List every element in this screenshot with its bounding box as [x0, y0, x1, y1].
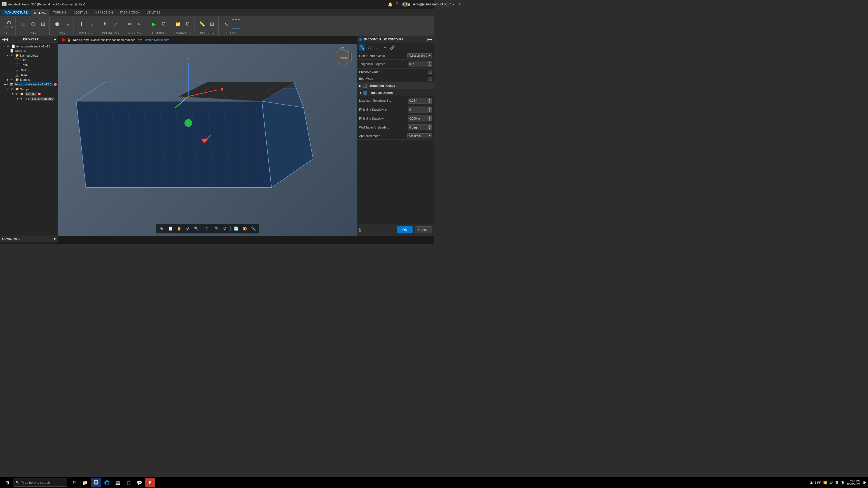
cancel-button[interactable]: Cancel: [415, 226, 432, 233]
tree-root[interactable]: ▼ 👁 📄 tenor ukulele neck v1 v13: [0, 44, 58, 48]
eye-icon[interactable]: 👁: [6, 45, 10, 48]
viewport[interactable]: 🔒 Read-Only: Document limit has been rea…: [58, 36, 357, 236]
tab-utilities[interactable]: UTILITIES: [143, 9, 163, 16]
setups-expander[interactable]: ▼: [6, 88, 10, 91]
tab-heights[interactable]: ↕: [374, 44, 380, 51]
tab-fabrication[interactable]: FABRICATION: [117, 9, 143, 16]
modify-icon-1[interactable]: ✏: [125, 19, 134, 29]
tab-milling[interactable]: MILLING: [31, 9, 50, 16]
tab-passes[interactable]: ≡: [381, 44, 388, 51]
eye-icon-7[interactable]: 👁: [20, 97, 24, 100]
3d-icon-2[interactable]: ∿: [63, 19, 71, 29]
info-icon[interactable]: ℹ: [359, 227, 361, 233]
roughing-checkbox[interactable]: [363, 84, 367, 88]
editable-docs-link[interactable]: My Editable Documents: [138, 38, 169, 41]
named-views-expander[interactable]: ▼: [6, 54, 10, 57]
simulate-icon[interactable]: ▶: [150, 19, 158, 29]
view-tool[interactable]: 🔄: [232, 225, 240, 232]
root-expander[interactable]: ▼: [2, 45, 6, 48]
select-icon-1[interactable]: ↖: [222, 19, 230, 29]
eye-icon-2[interactable]: 👁: [10, 54, 14, 57]
finishing-stepdown-input[interactable]: [408, 116, 427, 122]
2d-icon-2[interactable]: ⬡: [29, 19, 37, 29]
tab-turning[interactable]: TURNING: [50, 9, 70, 16]
tangential-up[interactable]: ▲: [428, 61, 432, 64]
max-roughing-down[interactable]: ▼: [428, 101, 432, 104]
zoom-tool[interactable]: 🔍: [193, 225, 200, 232]
eye-icon-5[interactable]: 👁: [10, 88, 14, 91]
2d-icon-3[interactable]: ⊞: [38, 19, 47, 29]
panel-expand-icon[interactable]: ▶▶: [428, 38, 432, 41]
tree-view-right[interactable]: ▭ RIGHT: [0, 67, 58, 72]
settings-tool[interactable]: 🔧: [250, 225, 257, 232]
comments-expand-icon[interactable]: ▶: [54, 237, 56, 240]
tree-units[interactable]: 📄 Units: in: [0, 48, 58, 53]
notifications-icon[interactable]: 🔔: [388, 2, 393, 6]
tree-view-home[interactable]: ▭ HOME: [0, 72, 58, 77]
grid-tool[interactable]: ⊞: [212, 225, 220, 232]
inspect-icon-1[interactable]: 📏: [198, 19, 207, 29]
finishing-stepdown-down[interactable]: ▼: [428, 119, 432, 122]
both-ways-checkbox[interactable]: [428, 77, 432, 80]
tangential-down[interactable]: ▼: [428, 64, 432, 67]
finishing-stepdown-up[interactable]: ▲: [428, 116, 432, 119]
2d-icon-1[interactable]: ▭: [19, 19, 28, 29]
move-tool[interactable]: ⊕: [158, 225, 165, 232]
setup7-expander[interactable]: ▼: [11, 93, 14, 95]
pan-tool[interactable]: ✋: [175, 225, 183, 232]
models-expander[interactable]: ▶: [6, 78, 10, 81]
tab-tool[interactable]: 🔧: [359, 44, 365, 51]
manage-icon-2[interactable]: G: [183, 19, 192, 29]
comments-input[interactable]: [0, 242, 58, 244]
appearance-tool[interactable]: 🎨: [241, 225, 248, 232]
browser-collapse-icon[interactable]: ▶: [54, 38, 56, 41]
drilling-icon-2[interactable]: ⬁: [87, 19, 95, 29]
outer-corner-dropdown[interactable]: Roll around c... ▾: [407, 54, 432, 58]
setup-icon[interactable]: ⚙ SETUP: [5, 19, 13, 29]
tree-view-front[interactable]: ▭ FRONT: [0, 63, 58, 67]
max-roughing-input[interactable]: [408, 98, 427, 104]
wall-taper-up[interactable]: ▲: [428, 124, 432, 127]
viewport-3d[interactable]: HOME TOP: [58, 44, 357, 236]
wall-taper-input[interactable]: [408, 124, 427, 130]
preserve-order-checkbox[interactable]: [428, 70, 432, 74]
actions-icon-2[interactable]: G: [159, 19, 168, 29]
contour7-expander[interactable]: ▶: [16, 97, 20, 100]
tree-model-item[interactable]: ▶ 👁 📦 tenor ukulele neck v1 v13:1 🎯: [0, 82, 58, 87]
tab-additive[interactable]: ADDITIVE: [70, 9, 91, 16]
tab-linking[interactable]: 🔗: [389, 44, 396, 51]
tree-contour7[interactable]: ▶ 👁 ⚠ ◆ [T1] 2D Contour7: [0, 96, 58, 101]
multiaxis-icon-2[interactable]: ⤢: [111, 19, 120, 29]
finishing-stepdowns-input[interactable]: [408, 106, 427, 112]
finishing-stepdowns-up[interactable]: ▲: [428, 106, 432, 109]
tree-models[interactable]: ▶ 👁 📁 Models: [0, 77, 58, 82]
eye-icon-4[interactable]: 👁: [6, 83, 9, 86]
3d-icon-1[interactable]: ⬢: [53, 19, 62, 29]
orbit-tool[interactable]: ↺: [184, 225, 191, 232]
approach-mode-dropdown[interactable]: Along wall ▾: [407, 133, 432, 138]
help-icon[interactable]: ❓: [395, 2, 399, 6]
eye-icon-6[interactable]: 👁: [14, 93, 19, 95]
wall-taper-down[interactable]: ▼: [428, 127, 432, 130]
tree-view-top[interactable]: ▭ TOP: [0, 58, 58, 63]
ok-button[interactable]: OK: [397, 226, 412, 233]
tab-geometry[interactable]: ⬡: [366, 44, 373, 51]
multiaxis-icon-1[interactable]: ↻: [101, 19, 110, 29]
max-roughing-up[interactable]: ▲: [428, 98, 432, 101]
measure-tool[interactable]: ↺: [221, 225, 229, 232]
eye-icon-3[interactable]: 👁: [10, 78, 14, 81]
drilling-icon-1[interactable]: ⬇: [77, 19, 86, 29]
frame-tool[interactable]: ⬚: [204, 225, 211, 232]
tree-setups[interactable]: ▼ 👁 📁 Setups: [0, 87, 58, 91]
model-expander[interactable]: ▶: [4, 83, 6, 86]
multiple-depths-section[interactable]: ▼ Multiple Depths: [357, 89, 434, 96]
tree-setup7[interactable]: ▼ 👁 📁 Setup7 🎯: [0, 91, 58, 96]
multiple-depths-checkbox[interactable]: [364, 91, 367, 95]
manufacture-button[interactable]: MANUFACTURE: [2, 10, 30, 15]
inspect-icon-2[interactable]: ⊞: [208, 19, 216, 29]
select-icon-2[interactable]: [231, 19, 240, 29]
tree-named-views[interactable]: ▼ 👁 📁 Named Views: [0, 53, 58, 58]
tab-inspection[interactable]: INSPECTION: [91, 9, 116, 16]
finishing-stepdowns-down[interactable]: ▼: [428, 109, 432, 112]
manage-icon-1[interactable]: 📁: [174, 19, 182, 29]
